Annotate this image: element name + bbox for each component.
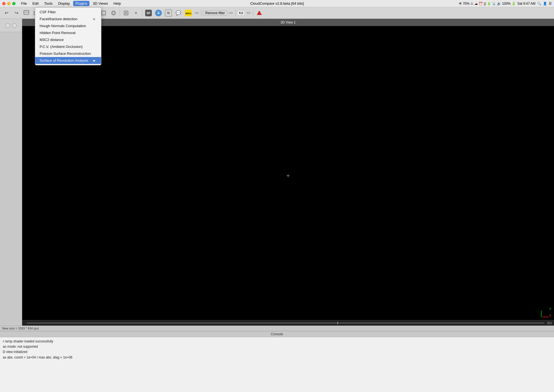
surface-revolution-arrow: ▶ [93, 59, 96, 62]
user-icon[interactable]: 👤 [543, 2, 547, 6]
separator-5 [142, 10, 142, 16]
main-3d-view[interactable]: 3D View 1 + Y X [22, 19, 554, 326]
separator-4 [120, 10, 120, 16]
menu-item-surface-revolution[interactable]: Surface of Revolution Analysis ▶ [35, 57, 101, 64]
menu-item-hough[interactable]: Hough Normals Computation [35, 22, 101, 29]
cc-logo-icon [256, 10, 262, 16]
view-front-icon [101, 11, 106, 16]
remove-filter-button[interactable]: Remove filter [203, 10, 227, 16]
svg-text:SF: SF [147, 11, 150, 15]
cc-logo-button[interactable] [255, 9, 264, 17]
left-panel [0, 19, 22, 326]
filter-more-button[interactable]: >> [228, 11, 234, 16]
svg-text:M3C2: M3C2 [185, 12, 191, 15]
separator-7 [235, 10, 236, 16]
kd-more-button[interactable]: >> [245, 11, 252, 16]
n-icon: N [165, 9, 172, 17]
panel-btn-1[interactable] [6, 23, 10, 28]
facet-submenu-arrow: ▶ [93, 17, 96, 20]
view-content[interactable]: + Y X [22, 26, 554, 326]
nav-forward-button[interactable]: ↪ [12, 9, 21, 17]
svg-rect-0 [24, 11, 29, 14]
menu-item-pcv[interactable]: P.C.V. (Ambient Occlusion) [35, 43, 101, 50]
menu-item-m3c2[interactable]: M3C2 distance [35, 36, 101, 43]
svg-rect-5 [102, 11, 106, 15]
svg-text:N: N [167, 11, 170, 15]
ruler-slider[interactable] [27, 323, 545, 324]
menu-edit[interactable]: Edit [30, 1, 41, 6]
separator-6 [201, 10, 201, 16]
new-entity-icon [23, 10, 29, 16]
kd-label: Kd [237, 10, 245, 16]
svg-point-6 [112, 11, 116, 15]
svg-text:S: S [157, 11, 160, 15]
nav-back-button[interactable]: ↩ [2, 9, 11, 17]
console-title: Console [0, 331, 554, 337]
ruler-value: 350 [547, 321, 552, 325]
axis-indicator: Y X [541, 307, 551, 317]
menu-file[interactable]: File [19, 1, 29, 6]
m3c2-button[interactable]: M3C2 [184, 9, 193, 17]
menu-icon[interactable]: ☰ [549, 2, 552, 6]
zoom-selection-button[interactable]: + [131, 9, 141, 17]
maximize-button[interactable] [12, 2, 16, 5]
speech-button[interactable]: 💬 [174, 9, 183, 17]
clock: Sat 9:47 AM [517, 2, 535, 6]
console-line-4: ax abs. coord = 1e+04 / max abs. diag = … [3, 355, 551, 360]
app-title: CloudCompare v2.8.beta [64 bits] [250, 1, 304, 6]
zoom-fit-button[interactable] [121, 9, 131, 17]
ruler-handle[interactable] [337, 322, 338, 324]
menu-help[interactable]: Help [111, 1, 123, 6]
new-entity-button[interactable] [22, 9, 31, 17]
s-circle-icon: S [155, 9, 162, 17]
console-content: r ramp shader loaded successfully ao mod… [0, 337, 554, 392]
console-line-1: r ramp shader loaded successfully [3, 339, 551, 344]
status-text: New size = 1593 * 934 (px) [2, 327, 39, 330]
menu-display[interactable]: Display [56, 1, 72, 6]
plugins-menu[interactable]: CSF Filter Facet/fracture detection ▶ Ho… [35, 7, 101, 65]
menu-3dviews[interactable]: 3D Views [91, 1, 110, 6]
zoom-fit-icon [124, 11, 129, 16]
menu-plugins[interactable]: Plugins [73, 1, 89, 6]
menu-item-facet[interactable]: Facet/fracture detection ▶ [35, 16, 101, 22]
minimize-button[interactable] [7, 2, 11, 5]
console-area: Console r ramp shader loaded successfull… [0, 331, 554, 392]
s-circle-button[interactable]: S [154, 9, 163, 17]
menu-tools[interactable]: Tools [42, 1, 55, 6]
toolbar-more-button[interactable]: >> [194, 11, 200, 16]
status-bar: New size = 1593 * 934 (px) [0, 326, 554, 331]
view-title: 3D View 1 [22, 19, 554, 26]
traffic-lights [2, 2, 16, 5]
view-side-button[interactable] [109, 9, 118, 17]
menu-bar: File Edit Tools Display Plugins 3D Views… [0, 0, 554, 7]
left-panel-controls [0, 19, 22, 32]
svg-point-7 [113, 11, 114, 15]
ruler-bar: 350 [22, 320, 554, 326]
sf-button[interactable]: SF [144, 9, 153, 17]
crosshair: + [286, 173, 290, 179]
menu-item-csf[interactable]: CSF Filter [35, 9, 101, 16]
n-button[interactable]: N [164, 9, 173, 17]
m3c2-icon: M3C2 [184, 9, 192, 17]
sf-icon: SF [145, 9, 152, 17]
console-line-3: D view initialized [3, 349, 551, 355]
menu-item-hidden-point[interactable]: Hidden Point Removal [35, 29, 101, 36]
system-icons: 👁 70% ⚠ ☁ ⏰ )) 🔋 📡 🔊 100% 🔋 [459, 2, 516, 6]
close-button[interactable] [2, 2, 6, 5]
view-side-icon [111, 11, 116, 16]
separator-8 [253, 10, 253, 16]
menu-bar-right: 👁 70% ⚠ ☁ ⏰ )) 🔋 📡 🔊 100% 🔋 Sat 9:47 AM … [459, 2, 552, 6]
search-icon[interactable]: 🔍 [537, 2, 541, 6]
panel-btn-2[interactable] [12, 23, 17, 28]
menu-item-poisson[interactable]: Poisson Surface Reconstruction [35, 50, 101, 57]
console-line-2: ao mode: not supported [3, 344, 551, 349]
